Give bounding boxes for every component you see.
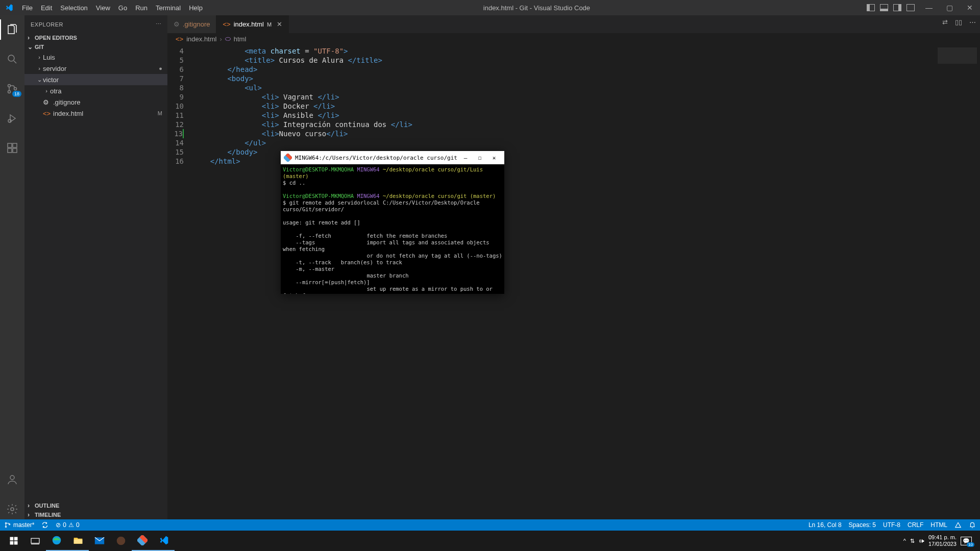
status-branch[interactable]: master*: [4, 521, 34, 529]
activity-scm[interactable]: 18: [0, 79, 24, 99]
task-git-bash[interactable]: [132, 531, 153, 551]
folder-victor[interactable]: ⌄victor: [24, 74, 167, 85]
status-eol[interactable]: CRLF: [908, 521, 923, 529]
task-edge[interactable]: [46, 531, 67, 551]
section-open-editors[interactable]: ›OPEN EDITORS: [24, 33, 167, 42]
tray-volume-icon[interactable]: 🕪: [919, 538, 924, 544]
activity-accounts[interactable]: [0, 469, 24, 490]
menu-edit[interactable]: Edit: [37, 4, 56, 12]
section-timeline[interactable]: ›TIMELINE: [24, 510, 167, 519]
task-mail[interactable]: [89, 531, 110, 551]
toggle-secondary-sidebar-icon[interactable]: [893, 4, 901, 11]
mingw-icon: [284, 154, 292, 162]
task-view[interactable]: [24, 531, 46, 551]
svg-point-11: [5, 522, 6, 523]
file-index-html[interactable]: <>index.htmlM: [24, 108, 167, 119]
compare-changes-icon[interactable]: ⇄: [942, 18, 948, 26]
tab-gitignore[interactable]: ⚙ .gitignore: [167, 15, 216, 33]
breadcrumb-file[interactable]: index.html: [186, 35, 216, 43]
tab-label: index.html: [234, 20, 264, 28]
svg-point-12: [5, 526, 6, 527]
tray-network-icon[interactable]: ⇅: [910, 538, 915, 544]
menu-selection[interactable]: Selection: [56, 4, 91, 12]
file-tree: ›Luis ›servidor● ⌄victor ›otra ⚙.gitigno…: [24, 52, 167, 501]
breadcrumb[interactable]: <> index.html › ⬭ html: [167, 33, 980, 44]
tray-chevron-up-icon[interactable]: ^: [903, 538, 906, 544]
file-gitignore[interactable]: ⚙.gitignore: [24, 96, 167, 108]
task-app1[interactable]: [110, 531, 132, 551]
status-feedback-icon[interactable]: [954, 521, 962, 529]
toggle-panel-icon[interactable]: [880, 4, 888, 11]
tray-notifications[interactable]: 💬10: [961, 537, 972, 545]
folder-servidor[interactable]: ›servidor●: [24, 63, 167, 74]
section-project[interactable]: ⌄GIT: [24, 42, 167, 52]
split-editor-icon[interactable]: ▯▯: [955, 18, 962, 26]
terminal-minimize[interactable]: —: [458, 155, 473, 161]
line-gutter: 45678910111213141516: [167, 44, 193, 519]
svg-point-1: [8, 85, 11, 87]
sidebar-header: EXPLORER ⋯: [24, 15, 167, 33]
notification-count: 10: [967, 542, 974, 547]
folder-label: Luis: [43, 54, 167, 61]
toggle-primary-sidebar-icon[interactable]: [867, 4, 875, 11]
menu-view[interactable]: View: [92, 4, 114, 12]
modified-badge: M: [267, 21, 272, 28]
menu-bar: File Edit Selection View Go Run Terminal…: [18, 4, 207, 12]
menu-help[interactable]: Help: [185, 4, 207, 12]
window-minimize[interactable]: —: [919, 4, 939, 12]
folder-luis[interactable]: ›Luis: [24, 52, 167, 63]
task-vscode[interactable]: [153, 531, 175, 551]
status-language[interactable]: HTML: [930, 521, 947, 529]
status-problems[interactable]: ⊘0 ⚠0: [56, 521, 79, 529]
status-spaces[interactable]: Spaces: 5: [849, 521, 876, 529]
close-icon[interactable]: ✕: [277, 20, 282, 28]
sidebar-title: EXPLORER: [31, 21, 63, 28]
status-notifications-icon[interactable]: [969, 521, 976, 529]
status-line-col[interactable]: Ln 16, Col 8: [808, 521, 842, 529]
svg-rect-5: [8, 143, 12, 147]
activity-extensions[interactable]: [0, 138, 24, 158]
menu-file[interactable]: File: [18, 4, 37, 12]
breadcrumb-symbol[interactable]: html: [234, 35, 247, 43]
activity-explorer[interactable]: [0, 19, 24, 40]
file-label: .gitignore: [53, 98, 167, 106]
svg-point-22: [117, 537, 126, 545]
menu-go[interactable]: Go: [114, 4, 131, 12]
system-tray: ^ ⇅ 🕪 09:41 p. m. 17/01/2023 💬10: [903, 534, 977, 547]
activity-debug[interactable]: [0, 108, 24, 129]
tab-index-html[interactable]: <> index.html M ✕: [216, 15, 289, 33]
svg-point-10: [11, 508, 14, 511]
git-bash-terminal[interactable]: MINGW64:/c/Users/Victor/desktop/oracle c…: [281, 151, 504, 294]
status-encoding[interactable]: UTF-8: [883, 521, 900, 529]
status-sync[interactable]: [41, 521, 48, 529]
tray-clock[interactable]: 09:41 p. m. 17/01/2023: [928, 534, 957, 547]
modified-status: M: [158, 110, 162, 116]
terminal-maximize[interactable]: ☐: [473, 155, 487, 161]
sidebar-more-icon[interactable]: ⋯: [156, 21, 162, 28]
svg-rect-8: [13, 143, 17, 147]
gear-icon: ⚙: [43, 98, 51, 106]
svg-rect-6: [8, 148, 12, 153]
minimap[interactable]: [934, 44, 980, 519]
branch-label: master*: [13, 521, 34, 529]
folder-otra[interactable]: ›otra: [24, 85, 167, 96]
section-outline[interactable]: ›OUTLINE: [24, 501, 167, 510]
terminal-close[interactable]: ✕: [487, 155, 501, 161]
window-close[interactable]: ✕: [960, 4, 980, 12]
activity-search[interactable]: [0, 49, 24, 69]
terminal-body[interactable]: Victor@DESKTOP-MKMQOHA MINGW64 ~/desktop…: [281, 164, 504, 294]
menu-run[interactable]: Run: [131, 4, 152, 12]
menu-terminal[interactable]: Terminal: [152, 4, 185, 12]
file-label: index.html: [53, 110, 158, 117]
more-actions-icon[interactable]: ⋯: [969, 18, 976, 26]
html-icon: <>: [43, 110, 51, 117]
start-button[interactable]: [3, 531, 24, 551]
folder-label: servidor: [43, 65, 159, 72]
project-label: GIT: [35, 44, 44, 50]
window-maximize[interactable]: ▢: [939, 4, 960, 12]
terminal-titlebar[interactable]: MINGW64:/c/Users/Victor/desktop/oracle c…: [281, 151, 504, 164]
task-explorer[interactable]: [67, 531, 89, 551]
folder-label: victor: [43, 76, 167, 84]
customize-layout-icon[interactable]: [906, 4, 915, 11]
activity-settings[interactable]: [0, 499, 24, 519]
